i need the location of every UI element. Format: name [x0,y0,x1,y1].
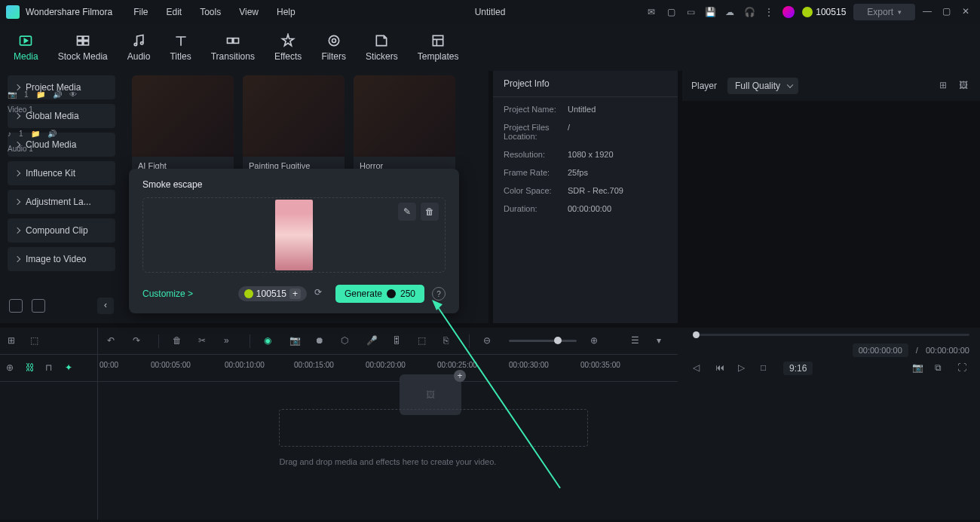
coin-icon [387,289,396,298]
menu-file[interactable]: File [133,7,148,17]
generate-button[interactable]: Generate250 [335,285,424,303]
chevron-down-icon[interactable]: ▾ [657,335,669,347]
record-icon[interactable]: ⏺ [315,335,327,347]
project-info-panel: Project Info Project Name:Untitled Proje… [493,71,678,323]
avatar-icon[interactable] [782,6,795,18]
mixer-icon[interactable]: 🎛 [392,335,404,347]
timeline-tracks[interactable]: 🖼+ Drag and drop media and effects here … [98,382,678,517]
volume-icon[interactable]: 🔊 [47,130,57,138]
quality-select[interactable]: Full Quality [727,78,798,94]
prev-icon[interactable]: ◁ [693,362,705,374]
list-icon[interactable]: ☰ [631,335,643,347]
svg-rect-1 [77,36,82,40]
tab-templates[interactable]: Templates [418,33,459,62]
compare-icon[interactable]: ⧉ [935,362,947,374]
export-button[interactable]: Export▾ [853,4,915,20]
collapse-sidebar-button[interactable]: › [97,298,114,314]
link-icon[interactable]: ⛓ [26,362,38,374]
tab-stickers[interactable]: Stickers [366,33,398,62]
headphones-icon[interactable]: 🎧 [743,6,755,18]
menu-view[interactable]: View [239,7,259,17]
crop-icon[interactable]: ⬚ [418,335,430,347]
more-icon[interactable]: » [224,335,236,347]
tab-titles[interactable]: Titles [170,33,191,62]
sidebar-compound-clip[interactable]: Compound Clip [8,218,115,243]
svg-rect-7 [227,38,232,44]
zoom-out-icon[interactable]: ⊖ [483,335,495,347]
eye-icon[interactable]: 👁 [69,90,77,99]
main-menu: File Edit Tools View Help [133,7,296,17]
export-frame-icon[interactable]: ⎘ [443,335,455,347]
magnet-icon[interactable]: ⊓ [45,362,57,374]
tab-media[interactable]: Media [14,33,38,62]
tab-audio[interactable]: Audio [127,33,151,62]
menu-tools[interactable]: Tools [200,7,221,17]
folder-icon[interactable]: 📁 [31,130,40,138]
screen-icon[interactable]: ▭ [684,6,697,18]
mic-icon[interactable]: 🎤 [366,335,378,347]
grid-icon[interactable]: ⊞ [939,80,951,92]
tab-stock-media[interactable]: Stock Media [58,33,108,62]
add-track-icon[interactable]: ⊕ [6,362,18,374]
fullscreen-icon[interactable]: ⛶ [957,362,969,374]
tab-transitions[interactable]: Transitions [211,33,255,62]
menu-edit[interactable]: Edit [167,7,182,17]
credits-badge[interactable]: 100515 [802,7,846,17]
shield-icon[interactable]: ⬡ [341,335,353,347]
audio-track-label: Audio 1 [8,145,33,153]
capture-icon[interactable]: 📷 [912,362,924,374]
layout-icon[interactable]: ▢ [665,6,677,18]
credits-pill[interactable]: 100515+ [238,286,307,301]
sidebar-image-to-video[interactable]: Image to Video [8,247,115,271]
preview-panel: Player Full Quality ⊞ 🖼 [682,71,980,323]
marker-icon[interactable]: ✦ [65,362,77,374]
stop-icon[interactable]: □ [761,362,773,374]
preview-controls: 00:00:00:00 / 00:00:00:00 ◁ ⏮ ▷ □ 9:16 📷… [682,328,980,373]
step-back-icon[interactable]: ⏮ [715,362,727,374]
edit-button[interactable]: ✎ [398,203,416,221]
cut-icon[interactable]: ✂ [198,335,210,347]
sidebar-influence-kit[interactable]: Influence Kit [8,161,115,185]
cloud-icon[interactable]: ☁ [724,6,736,18]
refresh-icon[interactable]: ⟳ [314,287,328,301]
app-name: Wondershare Filmora [26,7,112,17]
delete-button[interactable]: 🗑 [421,203,439,221]
tab-filters[interactable]: Filters [321,33,346,62]
generate-popup: Smoke escape ✎ 🗑 Customize > 100515+ ⟳ G… [129,169,459,313]
notifications-icon[interactable]: ⋮ [763,6,775,18]
time-current: 00:00:00:00 [853,343,908,357]
info-header: Project Info [493,71,678,97]
zoom-in-icon[interactable]: ⊕ [590,335,602,347]
credits-value: 100515 [816,7,846,17]
player-label: Player [691,81,717,91]
tab-effects[interactable]: Effects [274,33,302,62]
camera-icon[interactable]: 📷 [289,335,302,347]
menu-help[interactable]: Help [277,7,296,17]
asset-tabs: Media Stock Media Audio Titles Transitio… [0,24,980,71]
selection-tool-icon[interactable]: ⬚ [30,335,42,347]
zoom-slider[interactable] [509,340,577,342]
timeline-ruler[interactable]: 00:00 00:00:05:00 00:00:10:00 00:00:15:0… [98,355,678,382]
scrubber[interactable] [693,334,969,336]
play-icon[interactable]: ▷ [738,362,750,374]
send-icon[interactable]: ✉ [645,6,657,18]
save-icon[interactable]: 💾 [704,6,716,18]
help-icon[interactable]: ? [432,287,446,301]
grid-tool-icon[interactable]: ⊞ [8,335,20,347]
volume-icon[interactable]: 🔊 [53,90,62,99]
minimize-icon[interactable]: — [923,6,935,18]
folder-icon[interactable]: 📁 [36,90,45,99]
aspect-ratio[interactable]: 9:16 [783,362,813,375]
ai-icon[interactable]: ◉ [264,335,276,347]
maximize-icon[interactable]: ▢ [942,6,954,18]
image-icon[interactable]: 🖼 [959,80,971,92]
customize-link[interactable]: Customize > [142,288,193,299]
redo-icon[interactable]: ↷ [133,335,145,347]
trash-icon[interactable]: 🗑 [173,335,185,347]
close-icon[interactable]: ✕ [962,6,974,18]
folder-icon[interactable] [32,299,45,313]
undo-icon[interactable]: ↶ [107,335,119,347]
drop-zone[interactable] [279,409,588,447]
folder-add-icon[interactable] [9,299,23,313]
sidebar-adjustment-layer[interactable]: Adjustment La... [8,190,115,214]
